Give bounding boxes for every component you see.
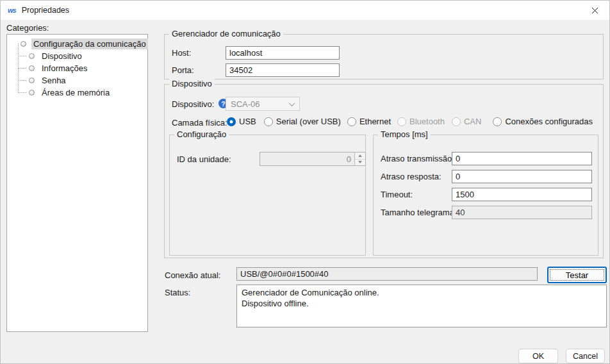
- spinner-down-button[interactable]: [355, 159, 365, 166]
- host-input[interactable]: [226, 46, 340, 60]
- tamanho-telegrama-label: Tamanho telegrama:: [381, 208, 457, 217]
- spinner-buttons: [354, 153, 365, 165]
- category-bullet-icon: [29, 78, 35, 83]
- radio-usb[interactable]: USB: [227, 117, 256, 126]
- radio-label: Conexões configuradas: [505, 117, 593, 126]
- category-bullet-icon: [21, 41, 26, 47]
- device-combobox-value: SCA-06: [231, 99, 260, 109]
- physical-layer-radios: USB Serial (over USB) Ethernet Bluetooth…: [227, 117, 593, 126]
- close-icon: [591, 7, 598, 14]
- group-tempos-ms: Tempos [ms] Atraso transmissão: Atraso r…: [373, 135, 598, 256]
- radio-label: Ethernet: [359, 117, 391, 126]
- group-dispositivo: Dispositivo Dispositivo: ? SCA-06 Camada…: [164, 84, 604, 258]
- radio-unchecked-icon: [264, 117, 273, 126]
- testar-button[interactable]: Testar: [547, 267, 607, 283]
- category-item-configuracao-comunicacao[interactable]: Configuração da comunicação: [7, 38, 147, 50]
- radio-disabled-icon: [452, 117, 461, 126]
- radio-can: CAN: [452, 117, 481, 126]
- device-combobox[interactable]: SCA-06: [226, 97, 300, 111]
- status-line: Gerenciador de Comunicação online.: [242, 287, 602, 298]
- timeout-label: Timeout:: [381, 190, 413, 199]
- categories-tree: Configuração da comunicação Dispositivo …: [7, 35, 147, 99]
- camada-fisica-label: Camada física:: [172, 118, 227, 128]
- app-logo-icon: ws: [8, 7, 16, 14]
- group-configuracao: Configuração ID da unidade: 0: [169, 135, 366, 256]
- tree-stub: [18, 92, 26, 93]
- porta-label: Porta:: [172, 65, 194, 75]
- category-label: Senha: [40, 75, 68, 86]
- radio-checked-icon: [227, 117, 236, 126]
- properties-dialog: ws Propriedades Categories: Configuração…: [0, 0, 610, 364]
- conexao-atual-input: [236, 267, 538, 281]
- radio-label: Bluetooth: [409, 117, 445, 126]
- tree-stub: [18, 80, 26, 81]
- radio-serial-over-usb[interactable]: Serial (over USB): [264, 117, 341, 126]
- radio-bluetooth: Bluetooth: [397, 117, 445, 126]
- category-label: Áreas de memória: [40, 87, 111, 98]
- category-item-areas-de-memoria[interactable]: Áreas de memória: [7, 87, 147, 99]
- category-bullet-icon: [29, 90, 35, 95]
- conexao-atual-label: Conexão atual:: [165, 270, 220, 280]
- spinner-up-button[interactable]: [355, 153, 365, 159]
- category-item-dispositivo[interactable]: Dispositivo: [7, 50, 147, 62]
- category-item-senha[interactable]: Senha: [7, 74, 147, 87]
- titlebar: ws Propriedades: [1, 1, 609, 20]
- radio-unchecked-icon: [347, 117, 356, 126]
- tamanho-telegrama-input: [452, 206, 592, 219]
- close-button[interactable]: [580, 1, 609, 20]
- category-bullet-icon: [29, 53, 35, 59]
- radio-conexoes-configuradas[interactable]: Conexões configuradas: [493, 117, 593, 126]
- group-title: Gerenciador de comunicação: [169, 29, 283, 39]
- id-unidade-label: ID da unidade:: [177, 154, 231, 164]
- dispositivo-label: Dispositivo:: [172, 99, 214, 109]
- group-title: Configuração: [174, 129, 229, 140]
- id-unidade-spinner: 0: [260, 152, 366, 166]
- radio-label: USB: [239, 117, 256, 126]
- tree-stub: [18, 56, 26, 56]
- group-title: Tempos [ms]: [378, 129, 431, 140]
- radio-label: Serial (over USB): [276, 117, 341, 126]
- chevron-down-icon: [289, 100, 295, 106]
- categories-list: Configuração da comunicação Dispositivo …: [6, 34, 148, 332]
- group-title: Dispositivo: [169, 79, 215, 89]
- category-label: Dispositivo: [40, 51, 84, 62]
- host-label: Host:: [172, 48, 191, 58]
- categories-label: Categories:: [6, 23, 49, 33]
- window-title: Propriedades: [22, 6, 69, 15]
- category-label: Informações: [40, 63, 90, 74]
- atraso-transmissao-input[interactable]: [452, 152, 592, 165]
- status-textarea[interactable]: Gerenciador de Comunicação online. Dispo…: [236, 285, 607, 327]
- atraso-resposta-input[interactable]: [452, 170, 592, 183]
- arrow-down-icon: [358, 161, 362, 163]
- porta-input[interactable]: [226, 63, 340, 77]
- radio-unchecked-icon: [493, 117, 502, 126]
- category-item-informacoes[interactable]: Informações: [7, 62, 147, 74]
- radio-disabled-icon: [397, 117, 406, 126]
- arrow-up-icon: [358, 154, 362, 157]
- status-line: Dispositivo offline.: [242, 298, 602, 309]
- radio-label: CAN: [464, 117, 481, 126]
- category-label: Configuração da comunicação: [31, 38, 148, 49]
- group-gerenciador-comunicacao: Gerenciador de comunicação Host: Porta:: [164, 34, 604, 79]
- ok-button[interactable]: OK: [518, 349, 558, 363]
- cancel-button[interactable]: Cancel: [566, 349, 605, 363]
- timeout-input[interactable]: [452, 188, 592, 201]
- tree-stub: [18, 68, 26, 69]
- radio-ethernet[interactable]: Ethernet: [347, 117, 391, 126]
- atraso-transmissao-label: Atraso transmissão:: [381, 154, 454, 163]
- status-label: Status:: [165, 288, 190, 297]
- id-unidade-value: 0: [260, 153, 354, 165]
- atraso-resposta-label: Atraso resposta:: [381, 172, 441, 181]
- category-bullet-icon: [29, 65, 35, 71]
